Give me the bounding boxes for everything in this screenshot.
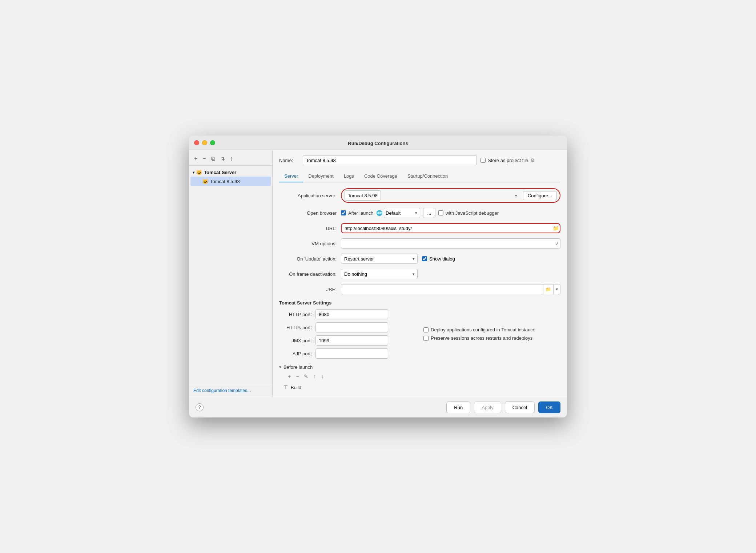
before-launch-toolbar: + − ✎ ↑ ↓	[279, 373, 560, 380]
tab-coverage[interactable]: Code Coverage	[359, 170, 402, 182]
open-browser-label: Open browser	[279, 210, 341, 216]
url-label: URL:	[279, 226, 341, 231]
http-port-input[interactable]	[315, 309, 388, 319]
store-project-checkbox[interactable]	[480, 158, 486, 163]
minimize-button[interactable]	[202, 140, 207, 145]
tree-item-label: Tomcat 8.5.98	[210, 179, 240, 184]
copy-config-button[interactable]: ⧉	[210, 155, 217, 162]
tree-group-tomcat[interactable]: ▾ 🐱 Tomcat Server	[189, 168, 272, 177]
build-label: Build	[291, 385, 301, 390]
url-folder-button[interactable]: 📁	[553, 225, 559, 231]
js-debugger-checkbox[interactable]	[438, 210, 443, 215]
ajp-port-label: AJP port:	[279, 351, 312, 356]
vm-expand-button[interactable]: ⤢	[555, 241, 559, 246]
tab-server[interactable]: Server	[279, 170, 303, 182]
on-frame-select-wrap: Do nothing Update resources Update class…	[341, 269, 418, 279]
name-label: Name:	[279, 158, 299, 163]
sidebar-footer: Edit configuration templates...	[189, 384, 272, 397]
tomcat-group-icon: 🐱	[196, 169, 202, 175]
https-port-row: HTTPs port:	[279, 322, 416, 332]
show-dialog-label: Show dialog	[429, 256, 455, 262]
js-debugger-label: with JavaScript debugger	[438, 210, 499, 216]
jre-row: JRE: 📁 ▾	[279, 284, 560, 294]
ports-column: HTTP port: HTTPs port: JMX port:	[279, 309, 416, 359]
https-port-input[interactable]	[315, 322, 388, 332]
browser-dots-button[interactable]: ...	[423, 208, 435, 218]
http-port-label: HTTP port:	[279, 312, 312, 317]
tomcat-settings-section: Tomcat Server Settings HTTP port: HTTPs …	[279, 300, 560, 359]
browser-select-wrap: 🌐 Default	[376, 208, 420, 218]
jre-input-wrap: 📁 ▾	[341, 284, 560, 294]
after-launch-label: After launch	[341, 210, 373, 216]
preserve-checkbox[interactable]	[423, 336, 429, 341]
bl-edit-button[interactable]: ✎	[302, 373, 310, 380]
tab-deployment[interactable]: Deployment	[303, 170, 338, 182]
bl-up-button[interactable]: ↑	[312, 373, 317, 380]
deploy-checkbox[interactable]	[423, 327, 429, 332]
tomcat-item-icon: 🐱	[202, 178, 208, 184]
close-button[interactable]	[194, 140, 199, 145]
open-browser-controls: After launch 🌐 Default ... with JavaScri…	[341, 208, 560, 218]
tab-startup[interactable]: Startup/Connection	[402, 170, 453, 182]
tree-item-tomcat[interactable]: 🐱 Tomcat 8.5.98	[190, 177, 271, 186]
vm-options-row: VM options: ⤢	[279, 238, 560, 249]
app-server-label: Application server:	[279, 193, 341, 198]
name-row: Name: Store as project file ⚙	[279, 155, 560, 165]
on-frame-row: On frame deactivation: Do nothing Update…	[279, 269, 560, 279]
url-input[interactable]	[341, 223, 560, 233]
name-input[interactable]	[303, 155, 477, 165]
cancel-button[interactable]: Cancel	[505, 401, 535, 413]
tab-logs[interactable]: Logs	[339, 170, 359, 182]
edit-templates-link[interactable]: Edit configuration templates...	[193, 388, 251, 393]
configure-button[interactable]: Configure...	[523, 191, 557, 200]
build-icon: ⊤	[284, 384, 288, 390]
on-update-select[interactable]: Restart server Update classes and resour…	[341, 254, 418, 264]
preserve-label-text: Preserve sessions across restarts and re…	[431, 335, 532, 341]
browser-select[interactable]: Default	[384, 208, 420, 218]
vm-options-input[interactable]	[341, 238, 560, 249]
jre-input[interactable]	[341, 284, 543, 294]
remove-config-button[interactable]: −	[201, 155, 207, 162]
traffic-lights	[194, 140, 215, 145]
app-server-wrapper: Tomcat 8.5.98 Configure...	[341, 188, 560, 203]
action-buttons: Run Apply Cancel OK	[446, 401, 560, 413]
after-launch-checkbox[interactable]	[341, 210, 346, 215]
ok-button[interactable]: OK	[538, 401, 560, 413]
on-frame-label: On frame deactivation:	[279, 271, 341, 277]
sort-button[interactable]: ↕	[229, 155, 234, 162]
app-server-select[interactable]: Tomcat 8.5.98	[345, 190, 381, 201]
vm-input-wrap: ⤢	[341, 238, 560, 249]
url-input-wrap: 📁	[341, 223, 560, 233]
on-update-label: On 'Update' action:	[279, 256, 341, 262]
jre-folder-button[interactable]: 📁	[543, 284, 553, 294]
deploy-checkboxes-column: Deploy applications configured in Tomcat…	[423, 309, 560, 359]
bl-down-button[interactable]: ↓	[319, 373, 325, 380]
jmx-port-input[interactable]	[315, 335, 388, 346]
apply-button[interactable]: Apply	[474, 401, 501, 413]
store-gear-icon[interactable]: ⚙	[530, 157, 535, 163]
jmx-port-row: JMX port:	[279, 335, 416, 346]
on-update-row: On 'Update' action: Restart server Updat…	[279, 254, 560, 264]
run-button[interactable]: Run	[446, 401, 470, 413]
bl-add-button[interactable]: +	[286, 373, 292, 380]
before-launch-header: ▾ Before launch	[279, 364, 560, 370]
show-dialog-checkbox[interactable]	[422, 256, 427, 261]
jre-label: JRE:	[279, 287, 341, 292]
deploy-checkbox-label: Deploy applications configured in Tomcat…	[423, 327, 560, 332]
tree-group-label: Tomcat Server	[204, 170, 236, 175]
dialog-title: Run/Debug Configurations	[348, 141, 408, 146]
bl-remove-button[interactable]: −	[294, 373, 300, 380]
tabs-bar: Server Deployment Logs Code Coverage Sta…	[279, 170, 560, 182]
before-launch-chevron-icon[interactable]: ▾	[279, 365, 281, 370]
bottom-bar: ? Run Apply Cancel OK	[189, 397, 567, 417]
port-grid: HTTP port: HTTPs port: JMX port:	[279, 309, 560, 359]
run-debug-dialog: Run/Debug Configurations + − ⧉ ↴ ↕ ▾ 🐱 T…	[189, 136, 567, 417]
help-button[interactable]: ?	[196, 403, 204, 411]
ajp-port-input[interactable]	[315, 348, 388, 359]
on-frame-select[interactable]: Do nothing Update resources Update class…	[341, 269, 418, 279]
jre-arrow-button[interactable]: ▾	[553, 284, 560, 294]
globe-icon: 🌐	[376, 210, 382, 216]
maximize-button[interactable]	[210, 140, 215, 145]
move-into-button[interactable]: ↴	[219, 155, 226, 162]
add-config-button[interactable]: +	[193, 155, 199, 162]
